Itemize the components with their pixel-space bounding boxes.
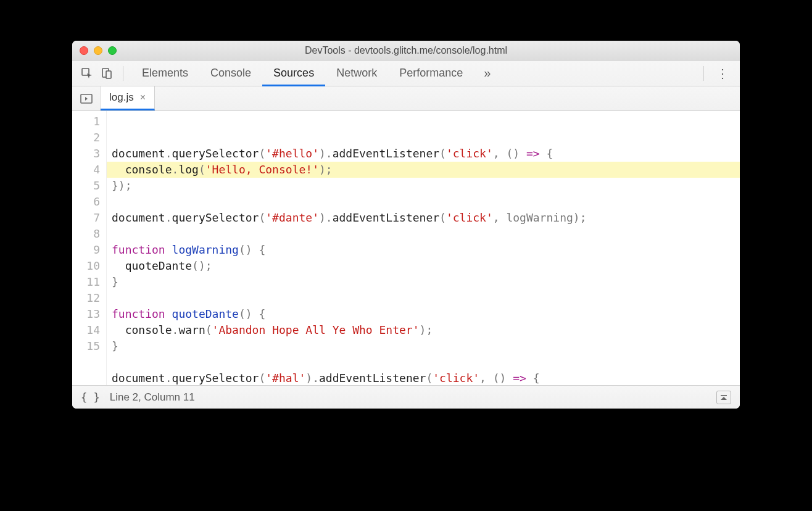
code-line[interactable]: document.querySelector('#hal').addEventL… [112, 370, 740, 385]
line-number: 8 [72, 226, 100, 242]
toolbar-separator [123, 66, 123, 81]
line-number: 7 [72, 210, 100, 226]
file-tab-label: log.js [109, 91, 134, 104]
tab-performance[interactable]: Performance [388, 60, 474, 86]
code-line[interactable]: } [112, 338, 740, 354]
inspect-element-icon[interactable] [78, 65, 96, 82]
show-navigator-button[interactable] [72, 86, 101, 110]
line-number: 15 [72, 338, 100, 354]
devtools-window: DevTools - devtools.glitch.me/console/lo… [72, 41, 740, 409]
line-number: 10 [72, 258, 100, 274]
traffic-lights [72, 46, 117, 55]
line-number: 13 [72, 306, 100, 322]
tab-network[interactable]: Network [325, 60, 388, 86]
tab-elements[interactable]: Elements [131, 60, 199, 86]
line-number: 12 [72, 290, 100, 306]
line-number: 9 [72, 242, 100, 258]
code-line[interactable] [112, 194, 740, 210]
toolbar-separator [703, 66, 704, 81]
line-number: 14 [72, 322, 100, 338]
settings-menu-button[interactable]: ⋮ [711, 66, 734, 81]
code-line[interactable]: document.querySelector('#dante').addEven… [112, 210, 740, 226]
device-toolbar-icon[interactable] [98, 65, 115, 82]
code-area[interactable]: document.querySelector('#hello').addEven… [107, 111, 740, 385]
code-line[interactable]: document.querySelector('#hello').addEven… [112, 146, 740, 162]
tab-sources[interactable]: Sources [262, 60, 325, 86]
sources-subbar: log.js × [72, 86, 740, 111]
code-editor[interactable]: 123456789101112131415 document.querySele… [72, 111, 740, 385]
code-line[interactable]: console.warn('Abandon Hope All Ye Who En… [112, 322, 740, 338]
close-window-button[interactable] [80, 46, 88, 55]
svg-rect-4 [721, 395, 727, 396]
show-console-drawer-button[interactable] [716, 391, 731, 404]
more-tabs-button[interactable]: » [476, 66, 498, 80]
zoom-window-button[interactable] [108, 46, 117, 55]
format-code-button[interactable]: { } [81, 391, 100, 404]
line-number: 5 [72, 178, 100, 194]
code-line[interactable] [112, 354, 740, 370]
titlebar: DevTools - devtools.glitch.me/console/lo… [72, 41, 740, 60]
devtools-toolbar: ElementsConsoleSourcesNetworkPerformance… [72, 60, 740, 86]
file-tab-log-js[interactable]: log.js × [101, 86, 155, 110]
line-number-gutter: 123456789101112131415 [72, 111, 107, 385]
tab-console[interactable]: Console [199, 60, 262, 86]
close-tab-icon[interactable]: × [140, 92, 146, 103]
statusbar: { } Line 2, Column 11 [72, 385, 740, 409]
code-line[interactable] [112, 226, 740, 242]
code-line[interactable]: quoteDante(); [112, 258, 740, 274]
code-line[interactable]: console.log('Hello, Console!'); [107, 162, 740, 178]
line-number: 11 [72, 274, 100, 290]
line-number: 2 [72, 130, 100, 146]
code-line[interactable]: function quoteDante() { [112, 306, 740, 322]
code-line[interactable]: }); [112, 178, 740, 194]
window-title: DevTools - devtools.glitch.me/console/lo… [72, 45, 740, 56]
line-number: 4 [72, 162, 100, 178]
code-line[interactable]: function logWarning() { [112, 242, 740, 258]
line-number: 3 [72, 146, 100, 162]
svg-rect-2 [106, 71, 111, 78]
line-number: 6 [72, 194, 100, 210]
code-line[interactable]: } [112, 274, 740, 290]
line-number: 1 [72, 114, 100, 130]
cursor-position: Line 2, Column 11 [110, 391, 195, 404]
code-line[interactable] [112, 290, 740, 306]
minimize-window-button[interactable] [94, 46, 102, 55]
